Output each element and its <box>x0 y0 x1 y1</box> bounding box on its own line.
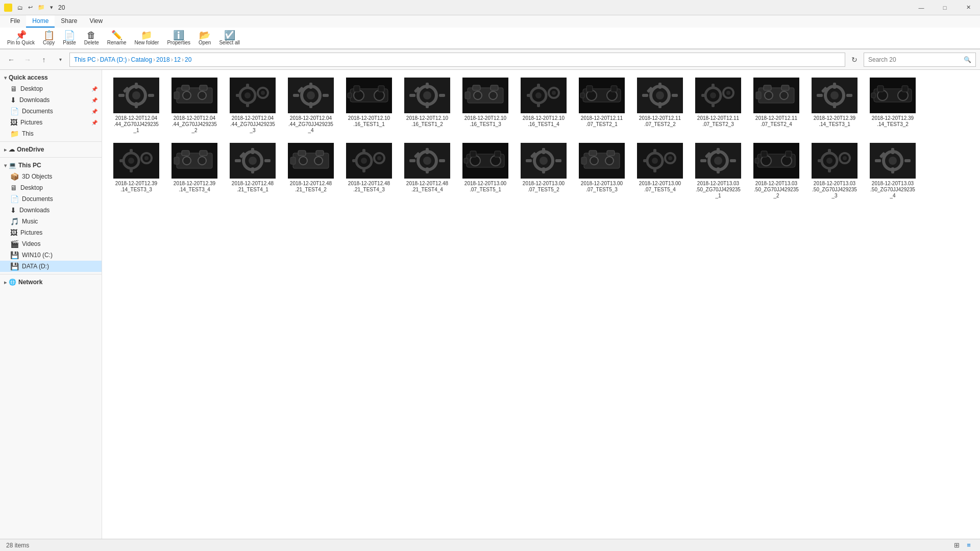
ribbon-pin-quick-access[interactable]: 📌 Pin to Quick <box>4 30 38 46</box>
sidebar-item-desktop-pc[interactable]: 🖥 Desktop <box>0 182 102 193</box>
ribbon-new-folder[interactable]: 📁 New folder <box>132 30 162 46</box>
network-label: Network <box>18 279 42 286</box>
breadcrumb-20[interactable]: 20 <box>185 56 191 63</box>
sidebar-item-pictures-quick[interactable]: 🖼 Pictures 📌 <box>0 117 102 128</box>
sidebar-item-data-d[interactable]: 💾 DATA (D:) <box>0 261 102 272</box>
ribbon-copy[interactable]: 📋 Copy <box>40 30 58 46</box>
close-button[interactable]: ✕ <box>957 0 980 15</box>
file-item[interactable]: 2018-12-20T13.03 .50_ZG70JJ429235 _3 <box>806 139 863 203</box>
file-item[interactable]: 2018-12-20T12.10 .16_TEST1_3 <box>457 74 513 137</box>
onedrive-label: OneDrive <box>17 146 44 153</box>
qat-undo[interactable]: ↩ <box>26 3 35 12</box>
file-item[interactable]: 2018-12-20T12.11 .07_TEST2_1 <box>574 74 630 137</box>
large-icons-view-button[interactable]: ⊞ <box>951 540 962 550</box>
file-thumbnail <box>579 78 625 113</box>
maximize-button[interactable]: □ <box>933 0 957 15</box>
sidebar-item-downloads-pc[interactable]: ⬇ Downloads <box>0 205 102 216</box>
file-item[interactable]: 2018-12-20T12.04 .44_ZG70JJ429235 _1 <box>108 74 164 137</box>
file-item[interactable]: 2018-12-20T12.39 .14_TEST3_2 <box>865 74 921 137</box>
sidebar-item-this[interactable]: 📁 This <box>0 128 102 139</box>
file-item[interactable]: 2018-12-20T12.48 .21_TEST4_1 <box>225 139 281 203</box>
file-name: 2018-12-20T13.00 .07_TEST5_3 <box>581 181 623 193</box>
sidebar-item-music-label: Music <box>22 218 38 225</box>
file-item[interactable]: 2018-12-20T12.39 .14_TEST3_4 <box>166 139 223 203</box>
back-button[interactable]: ← <box>4 53 18 67</box>
file-item[interactable]: 2018-12-20T12.11 .07_TEST2_3 <box>690 74 746 137</box>
ribbon-rename[interactable]: ✏️ Rename <box>104 30 130 46</box>
file-item[interactable]: 2018-12-20T12.04 .44_ZG70JJ429235 _4 <box>283 74 339 137</box>
breadcrumb-2018[interactable]: 2018 <box>156 56 170 63</box>
recent-locations-button[interactable]: ▾ <box>53 53 67 67</box>
sidebar-item-videos[interactable]: 🎬 Videos <box>0 238 102 249</box>
file-name: 2018-12-20T13.03 .50_ZG70JJ429235 _4 <box>870 181 915 199</box>
qat-dropdown[interactable]: ▾ <box>48 3 55 12</box>
ribbon-paste[interactable]: 📄 Paste <box>60 30 79 46</box>
file-name: 2018-12-20T12.04 .44_ZG70JJ429235 _1 <box>114 115 159 134</box>
file-item[interactable]: 2018-12-20T12.48 .21_TEST4_4 <box>399 139 455 203</box>
file-item[interactable]: 2018-12-20T13.03 .50_ZG70JJ429235 _4 <box>865 139 921 203</box>
sidebar-item-pictures-pc[interactable]: 🖼 Pictures <box>0 227 102 238</box>
sidebar-section-network[interactable]: ▸ 🌐 Network <box>0 277 102 288</box>
sidebar-item-desktop-quick[interactable]: 🖥 Desktop 📌 <box>0 83 102 94</box>
svg-rect-186 <box>717 167 720 173</box>
refresh-button[interactable]: ↻ <box>847 53 862 67</box>
breadcrumb-catalog[interactable]: Catalog <box>131 56 152 63</box>
file-item[interactable]: 2018-12-20T12.11 .07_TEST2_4 <box>748 74 804 137</box>
ribbon-delete[interactable]: 🗑 Delete <box>81 30 102 46</box>
qat-new-folder[interactable]: 📁 <box>36 3 47 12</box>
qat-properties[interactable]: 🗂 <box>15 4 25 12</box>
svg-rect-169 <box>589 151 597 156</box>
file-item[interactable]: 2018-12-20T12.11 .07_TEST2_2 <box>632 74 688 137</box>
sidebar-item-win10-c[interactable]: 💾 WIN10 (C:) <box>0 249 102 261</box>
up-button[interactable]: ↑ <box>37 53 51 67</box>
sidebar-sep-3 <box>0 274 102 274</box>
ribbon-select-all[interactable]: ☑️ Select all <box>216 30 243 46</box>
file-item[interactable]: 2018-12-20T13.00 .07_TEST5_3 <box>574 139 630 203</box>
tab-share[interactable]: Share <box>55 15 83 28</box>
file-item[interactable]: 2018-12-20T12.10 .16_TEST1_2 <box>399 74 455 137</box>
file-item[interactable]: 2018-12-20T13.00 .07_TEST5_1 <box>457 139 513 203</box>
breadcrumb-this-pc[interactable]: This PC <box>74 56 96 63</box>
file-item[interactable]: 2018-12-20T12.04 .44_ZG70JJ429235 _3 <box>225 74 281 137</box>
breadcrumb-12[interactable]: 12 <box>174 56 181 63</box>
breadcrumb-data-d[interactable]: DATA (D:) <box>100 56 127 63</box>
tab-file[interactable]: File <box>4 15 26 28</box>
file-item[interactable]: 2018-12-20T13.03 .50_ZG70JJ429235 _1 <box>690 139 746 203</box>
sidebar-section-onedrive[interactable]: ▸ ☁ OneDrive <box>0 144 102 155</box>
file-item[interactable]: 2018-12-20T12.10 .16_TEST1_4 <box>516 74 572 137</box>
svg-rect-210 <box>875 159 881 162</box>
file-item[interactable]: 2018-12-20T13.00 .07_TEST5_2 <box>516 139 572 203</box>
sidebar-item-3d-objects[interactable]: 📦 3D Objects <box>0 171 102 182</box>
address-bar[interactable]: This PC › DATA (D:) › Catalog › 2018 › 1… <box>69 53 845 67</box>
svg-point-133 <box>299 157 307 165</box>
tab-view[interactable]: View <box>83 15 109 28</box>
list-view-button[interactable]: ≡ <box>964 540 974 550</box>
file-thumbnail <box>230 78 276 113</box>
svg-point-118 <box>183 157 191 165</box>
file-item[interactable]: 2018-12-20T12.48 .21_TEST4_3 <box>341 139 397 203</box>
file-name: 2018-12-20T13.03 .50_ZG70JJ429235 _1 <box>696 181 741 199</box>
sidebar-item-music[interactable]: 🎵 Music <box>0 216 102 227</box>
sidebar-item-documents-quick[interactable]: 📄 Documents 📌 <box>0 106 102 117</box>
file-item[interactable]: 2018-12-20T12.39 .14_TEST3_1 <box>806 74 863 137</box>
file-name: 2018-12-20T12.48 .21_TEST4_3 <box>348 181 390 193</box>
svg-rect-125 <box>251 167 254 173</box>
sidebar-section-this-pc[interactable]: ▾ 💻 This PC <box>0 160 102 171</box>
file-item[interactable]: 2018-12-20T12.39 .14_TEST3_3 <box>108 139 164 203</box>
file-item[interactable]: 2018-12-20T12.04 .44_ZG70JJ429235 _2 <box>166 74 223 137</box>
file-item[interactable]: 2018-12-20T13.03 .50_ZG70JJ429235 _2 <box>748 139 804 203</box>
window-title: 20 <box>58 4 65 11</box>
svg-rect-143 <box>352 159 357 162</box>
file-item[interactable]: 2018-12-20T13.00 .07_TEST5_4 <box>632 139 688 203</box>
forward-button[interactable]: → <box>20 53 35 67</box>
sidebar-section-quick-access[interactable]: ▾ Quick access <box>0 72 102 83</box>
sidebar-item-documents-pc[interactable]: 📄 Documents <box>0 193 102 205</box>
minimize-button[interactable]: — <box>910 0 933 15</box>
ribbon-open[interactable]: 📂 Open <box>195 30 214 46</box>
tab-home[interactable]: Home <box>26 15 55 28</box>
search-input[interactable] <box>868 56 962 63</box>
sidebar-item-downloads-quick[interactable]: ⬇ Downloads 📌 <box>0 94 102 106</box>
ribbon-properties[interactable]: ℹ️ Properties <box>164 30 193 46</box>
file-item[interactable]: 2018-12-20T12.48 .21_TEST4_2 <box>283 139 339 203</box>
file-item[interactable]: 2018-12-20T12.10 .16_TEST1_1 <box>341 74 397 137</box>
